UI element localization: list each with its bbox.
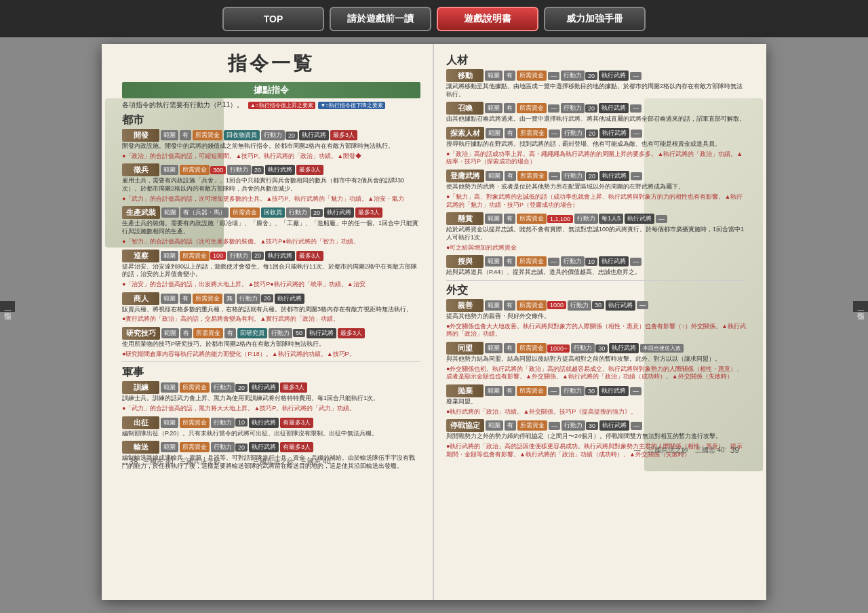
tag-ab-has: 有 <box>504 386 515 396</box>
tag-gv-action: 行動力 <box>561 256 585 266</box>
cmd-name-recruit: 登庸武將 <box>446 170 484 182</box>
cmd-note-shengchan: ●「智力」的合計值高的話（次可生産多數的裝備。▲技巧P●執行武將的「智力」功績。 <box>122 238 420 246</box>
tag-se-cost: 所需資金 <box>517 128 547 138</box>
tag-gv-has: 有 <box>504 256 515 266</box>
tag-gv-dash2: — <box>630 258 642 266</box>
right-side-tab[interactable]: 指令一覧 <box>853 301 868 312</box>
cmd-note-zhengbing: ●「武力」的合計值高的話，次可增加更多數的士兵。▲技巧P。執行武將的「魅力」功績… <box>122 195 420 203</box>
tag-cf-range: 範圍 <box>486 420 503 431</box>
tag-cf-has: 有 <box>505 420 516 431</box>
tag-al-has: 有 <box>504 343 515 353</box>
cmd-zhengbing: 徵兵 範圍 所需資金 300 行動力 20 執行武將 最多3人 雇用士兵，需要有… <box>122 163 420 203</box>
rp-category-talents: 人材 <box>446 54 746 68</box>
cmd-recruit: 登庸武將 範圍 有 所需資金 — 行動力 20 執行武將 — 使其他勢力的武將・… <box>446 170 746 209</box>
cmd-search: 探索人材 範圍 有 所需資金 — 行動力 20 執行武將 — 搜尋執行據點的在野… <box>446 127 746 166</box>
tag-has3: 有（兵器・馬） <box>180 207 229 218</box>
tag-rw-general: 執行武將 <box>625 214 654 224</box>
cmd-name-move: 移動 <box>446 69 484 82</box>
stat-al-val: 1000~ <box>547 344 570 353</box>
nav-read-first-button[interactable]: 請於遊戲前一讀 <box>330 7 431 31</box>
cmd-friendship: 親善 範圍 有 所需資金 1000 行動力 30 執行武將 — 提高其他勢力的親… <box>446 299 746 338</box>
cmd-note-reward: ●可之給與增加的武將資金 <box>446 244 746 252</box>
tag-recover: 回收物資員 <box>224 130 260 140</box>
tag-range4: 範圍 <box>161 251 178 261</box>
note-down: ▼=執行指令後下降之要素 <box>318 102 385 109</box>
tag-al-note: 本回合後送入效 <box>640 344 684 353</box>
cmd-desc-research: 使用所業物的技巧P研究技巧。於都市周圍2格內在有敵方部隊時無法執行。 <box>122 340 420 349</box>
cmd-name-alliance: 同盟 <box>446 342 484 355</box>
stat-ab-action: 30 <box>585 387 597 395</box>
tag-researcher: 回研究員 <box>237 328 267 338</box>
tag-max3-3: 最多3人 <box>355 207 382 218</box>
tag-general4: 執行武將 <box>265 251 295 261</box>
tag-action3: 行動力 <box>286 207 310 218</box>
tag-rec-has: 有 <box>505 171 516 181</box>
cmd-name-reward: 懸賞 <box>446 212 484 225</box>
tag-range: 範圍 <box>161 130 178 140</box>
tag-rec-cost: 所需資金 <box>517 171 547 181</box>
cmd-name-give: 授與 <box>446 255 484 268</box>
tag-rw-has: 有 <box>504 214 515 224</box>
tag-maxe: 有最多3人 <box>280 418 313 428</box>
stat-100: 100 <box>210 252 226 260</box>
intro-text: 各項指令的執行需要有行動力（P.11）。 <box>122 101 243 108</box>
cmd-desc-zhengbing: 雇用士兵，需要有內政設施「兵舍」。1回合中只能實行與兵舍數相同的數兵（都市中有2… <box>122 177 420 193</box>
nav-top-button[interactable]: TOP <box>222 7 324 31</box>
tag-range-t: 範圍 <box>161 382 178 393</box>
tag-r-dash2: — <box>630 72 642 80</box>
cmd-desc-expedition: 編制部隊出征（P.20）。只有未執行當令的武將可出征、出征部隊沒有限制。出征中無… <box>122 430 420 438</box>
section-intro: 各項指令的執行需要有行動力（P.11）。 ▲=執行指令後上昇之要素 ▼=執行指令… <box>122 100 420 110</box>
cmd-name-ceasefire: 停戦協定 <box>446 419 484 432</box>
cmd-name-expedition: 出征 <box>122 416 159 429</box>
cmd-reward: 懸賞 範圍 有 所需資金 1,1,100 行動力 每1人5 執行武將 — 給於武… <box>446 212 746 252</box>
tag-action2: 行動力 <box>227 165 251 175</box>
stat-gv-val: 10 <box>585 258 597 266</box>
tag-general-e: 執行武將 <box>249 418 279 428</box>
cmd-desc-summon: 由其他據點召喚武將過來。由一覽中選擇執行武將、將其他城直屬的武將全部召喚過來的話… <box>446 115 746 123</box>
tag-gv-general: 執行武將 <box>599 256 629 266</box>
cmd-name-friendship: 親善 <box>446 299 484 312</box>
left-side-tab[interactable]: 指令一覧 <box>0 301 15 312</box>
tag-action-t: 行動力 <box>211 382 235 393</box>
cmd-move: 移動 範圍 有 所需資金 — 行動力 20 執行武將 — 讓武將移動至其他據點。… <box>446 69 746 98</box>
tag-action: 行動力 <box>261 130 285 140</box>
tag-se-dash: — <box>549 130 560 138</box>
cmd-research: 研究技巧 範圍 有 所需資金 有 回研究員 行動力 50 執行武將 最多3人 使… <box>122 327 420 358</box>
tag-cost5: 所需資金 <box>193 294 222 304</box>
tag-fr-cost: 所需資金 <box>517 300 547 311</box>
divider-army <box>122 361 420 362</box>
page-num-right-num: 39 <box>730 446 739 455</box>
cmd-note-recruit: ●「魅力」高、對象武將的忠誠低的話（成功率也就會上昇、執行武將與對象方的力的相性… <box>446 193 746 209</box>
tag-general-t: 執行武將 <box>249 382 279 393</box>
tag-cf-dash: — <box>549 422 560 430</box>
tag-range2: 範圍 <box>161 165 178 175</box>
cmd-desc-search: 搜尋執行據點的在野武將。找到武將的話，霸封登場、他有可能成為敵、也有可能是根資金… <box>446 140 746 149</box>
tag-fr-dash: — <box>637 301 648 309</box>
tag-ab-dash: — <box>548 387 559 395</box>
cmd-abandon: 拋棄 範圍 有 所需資金 — 行動力 30 執行武將 — 廢棄同盟。 ●執行武將… <box>446 384 746 416</box>
cmd-name-xuncha: 巡察 <box>122 250 159 262</box>
tag-rec-dash2: — <box>631 172 642 180</box>
tag-max3-6: 最多3人 <box>338 328 365 338</box>
nav-power-up-button[interactable]: 威力加強手冊 <box>544 7 646 31</box>
cmd-name-shangren: 商人 <box>122 292 159 305</box>
tag-ab-action: 行動力 <box>561 386 585 396</box>
navigation-bar: TOP 請於遊戲前一讀 遊戲說明書 威力加強手冊 <box>0 0 868 37</box>
page-subtitle-left2: 三國兵法之妙 三國志 40 <box>253 457 330 467</box>
cmd-name-transport: 輸送 <box>122 441 159 454</box>
tag-general5: 執行武將 <box>275 294 304 304</box>
cmd-expedition: 出征 範圍 所需資金 行動力 10 執行武將 有最多3人 編制部隊出征（P.20… <box>122 416 420 438</box>
tag-gv-dash: — <box>548 258 559 266</box>
tag-rec-action: 行動力 <box>561 171 585 181</box>
cmd-desc-ceasefire: 與開戰勢力之外的勢力締約停戦協定（之間月〜24個月）。停戰期間雙方無法對相互的暫… <box>446 433 746 441</box>
stat-20-shang: 20 <box>261 294 273 302</box>
cmd-name-shengchan: 生產武裝 <box>122 206 160 219</box>
tag-rw-range: 範圍 <box>485 214 502 224</box>
stat-al-action: 30 <box>595 344 608 353</box>
nav-manual-button[interactable]: 遊戲說明書 <box>437 7 538 31</box>
cmd-desc-recruit: 使其他勢力的武將・或者是位於其他勢力所在配置區域以外的周圍的在野武將成為屬下。 <box>446 183 746 191</box>
page-num-left: 38 三國志 40 三國兵法之妙 三國兵法之妙 三國志 40 <box>129 457 330 467</box>
tag-r-has: 有 <box>504 71 515 81</box>
cmd-summon: 召喚 範圍 有 所需資金 — 行動力 20 執行武將 — 由其他據點召喚武將過來… <box>446 102 746 123</box>
cmd-xuncha: 巡察 範圍 所需資金 100 行動力 20 執行武將 最多3人 提昇治安。治安達… <box>122 250 420 289</box>
